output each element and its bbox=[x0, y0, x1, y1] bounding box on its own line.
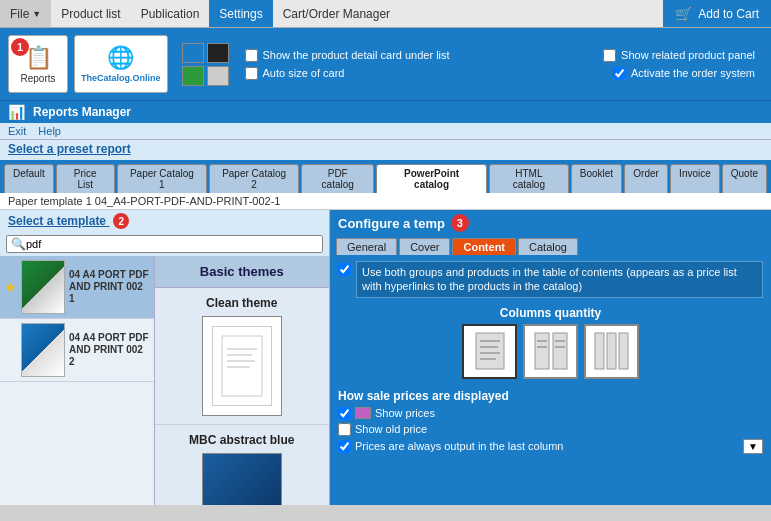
prices-title: How sale prices are displayed bbox=[338, 389, 763, 403]
toolbar: 1 📋 Reports 🌐 TheCatalog.Online Show the… bbox=[0, 28, 771, 100]
clean-theme-doc bbox=[212, 326, 272, 406]
prices-last-col-row: Prices are always output in the last col… bbox=[338, 439, 763, 454]
double-col-icon bbox=[533, 329, 569, 373]
svg-rect-10 bbox=[535, 333, 549, 369]
config-tab-general[interactable]: General bbox=[336, 238, 397, 255]
catalog-online-button[interactable]: 🌐 TheCatalog.Online bbox=[74, 35, 168, 93]
swatch-gray[interactable] bbox=[207, 66, 229, 86]
tab-price-list[interactable]: Price List bbox=[56, 164, 115, 193]
col-triple[interactable] bbox=[584, 324, 639, 379]
basic-themes-header: Basic themes bbox=[155, 256, 329, 288]
main-content: Select a template 2 🔍 ★ 04 A4 PORT PDF A… bbox=[0, 210, 771, 505]
menu-bar: File ▼ Product list Publication Settings… bbox=[0, 0, 771, 28]
star-icon: ★ bbox=[4, 279, 17, 295]
template-name: 04 A4 PORT PDF AND PRINT 002 2 bbox=[69, 332, 150, 368]
template-item[interactable]: ★ 04 A4 PORT PDF AND PRINT 002 2 bbox=[0, 319, 154, 382]
catalog-icon: 🌐 bbox=[107, 45, 134, 71]
show-related-checkbox[interactable] bbox=[603, 49, 616, 62]
menu-publication[interactable]: Publication bbox=[131, 0, 210, 27]
svg-rect-17 bbox=[607, 333, 616, 369]
tab-pdf-catalog[interactable]: PDF catalog bbox=[301, 164, 374, 193]
select-template-badge: 2 bbox=[113, 213, 129, 229]
menu-product-list[interactable]: Product list bbox=[51, 0, 130, 27]
add-to-cart-button[interactable]: 🛒 Add to Cart bbox=[663, 0, 771, 27]
config-tab-content[interactable]: Content bbox=[452, 238, 516, 255]
menu-file[interactable]: File ▼ bbox=[0, 0, 51, 27]
show-product-detail-row: Show the product detail card under list bbox=[245, 49, 598, 62]
toc-checkbox-row: Use both groups and products in the tabl… bbox=[338, 261, 763, 298]
show-prices-label: Show prices bbox=[375, 407, 435, 419]
menu-cart-order[interactable]: Cart/Order Manager bbox=[273, 0, 400, 27]
swatch-black[interactable] bbox=[207, 43, 229, 63]
menu-settings[interactable]: Settings bbox=[209, 0, 272, 27]
tab-html-catalog[interactable]: HTML catalog bbox=[489, 164, 569, 193]
toolbar-checkboxes: Show the product detail card under list … bbox=[235, 49, 598, 80]
prices-section: How sale prices are displayed Show price… bbox=[338, 389, 763, 454]
mbc-blue-thumb bbox=[202, 453, 282, 505]
color-swatches bbox=[182, 43, 229, 86]
reports-button[interactable]: 1 📋 Reports bbox=[8, 35, 68, 93]
nav-help[interactable]: Help bbox=[38, 125, 61, 137]
search-input[interactable] bbox=[26, 238, 318, 250]
config-panel: Configure a temp 3 General Cover Content… bbox=[330, 210, 771, 505]
col-double[interactable] bbox=[523, 324, 578, 379]
tab-order[interactable]: Order bbox=[624, 164, 668, 193]
show-old-price-row: Show old price bbox=[338, 423, 763, 436]
search-box: 🔍 bbox=[6, 235, 323, 253]
nav-exit[interactable]: Exit bbox=[8, 125, 26, 137]
template-item[interactable]: ★ 04 A4 PORT PDF AND PRINT 002 1 bbox=[0, 256, 154, 319]
tab-default[interactable]: Default bbox=[4, 164, 54, 193]
cart-icon: 🛒 bbox=[675, 6, 692, 22]
template-thumb2 bbox=[21, 323, 65, 377]
tabs-row: Default Price List Paper Catalog 1 Paper… bbox=[0, 160, 771, 193]
toc-checkbox[interactable] bbox=[338, 263, 351, 276]
tab-powerpoint-catalog[interactable]: PowerPoint catalog bbox=[376, 164, 487, 193]
svg-rect-16 bbox=[595, 333, 604, 369]
dropdown-area: ▼ bbox=[743, 439, 763, 454]
prices-last-col-checkbox[interactable] bbox=[338, 440, 351, 453]
show-old-price-checkbox[interactable] bbox=[338, 423, 351, 436]
dropdown-button[interactable]: ▼ bbox=[743, 439, 763, 454]
config-body: Use both groups and products in the tabl… bbox=[330, 255, 771, 505]
single-col-icon bbox=[472, 329, 508, 373]
col-single[interactable] bbox=[462, 324, 517, 379]
template-columns: ★ 04 A4 PORT PDF AND PRINT 002 1 ★ 04 A4… bbox=[0, 256, 329, 505]
show-product-detail-checkbox[interactable] bbox=[245, 49, 258, 62]
swatch-blue[interactable] bbox=[182, 43, 204, 63]
tab-invoice[interactable]: Invoice bbox=[670, 164, 720, 193]
paper-template-label: Paper template 1 04_A4-PORT-PDF-AND-PRIN… bbox=[0, 193, 771, 210]
reports-manager-header: 📊 Reports Manager bbox=[0, 100, 771, 123]
tab-paper-catalog-1[interactable]: Paper Catalog 1 bbox=[117, 164, 207, 193]
template-thumb bbox=[21, 260, 65, 314]
tab-paper-catalog-2[interactable]: Paper Catalog 2 bbox=[209, 164, 299, 193]
theme-clean[interactable]: Clean theme bbox=[155, 288, 329, 425]
triple-col-icon bbox=[594, 329, 630, 373]
swatch-green[interactable] bbox=[182, 66, 204, 86]
show-prices-checkbox[interactable] bbox=[338, 407, 351, 420]
svg-rect-18 bbox=[619, 333, 628, 369]
tab-quote[interactable]: Quote bbox=[722, 164, 767, 193]
star-placeholder: ★ bbox=[4, 342, 17, 358]
activate-order-row: Activate the order system bbox=[603, 67, 755, 80]
activate-order-checkbox[interactable] bbox=[613, 67, 626, 80]
file-arrow-icon: ▼ bbox=[32, 9, 41, 19]
themes-col: Basic themes Clean theme bbox=[155, 256, 329, 505]
config-tab-catalog[interactable]: Catalog bbox=[518, 238, 578, 255]
tab-booklet[interactable]: Booklet bbox=[571, 164, 622, 193]
config-tabs: General Cover Content Catalog bbox=[330, 236, 771, 255]
search-icon: 🔍 bbox=[11, 237, 26, 251]
nav-links: Exit Help bbox=[0, 123, 771, 140]
config-tab-cover[interactable]: Cover bbox=[399, 238, 450, 255]
auto-size-row: Auto size of card bbox=[245, 67, 598, 80]
show-related-row: Show related product panel bbox=[603, 49, 755, 62]
theme-mbc[interactable]: MBC abstract blue bbox=[155, 425, 329, 505]
reports-manager-icon: 📊 bbox=[8, 104, 25, 120]
reports-badge: 1 bbox=[11, 38, 29, 56]
svg-rect-11 bbox=[553, 333, 567, 369]
template-panel: Select a template 2 🔍 ★ 04 A4 PORT PDF A… bbox=[0, 210, 330, 505]
select-template-label[interactable]: Select a template 2 bbox=[0, 210, 329, 232]
auto-size-checkbox[interactable] bbox=[245, 67, 258, 80]
select-preset-label[interactable]: Select a preset report bbox=[0, 140, 771, 160]
template-name: 04 A4 PORT PDF AND PRINT 002 1 bbox=[69, 269, 150, 305]
toolbar-right: Show related product panel Activate the … bbox=[603, 49, 763, 80]
